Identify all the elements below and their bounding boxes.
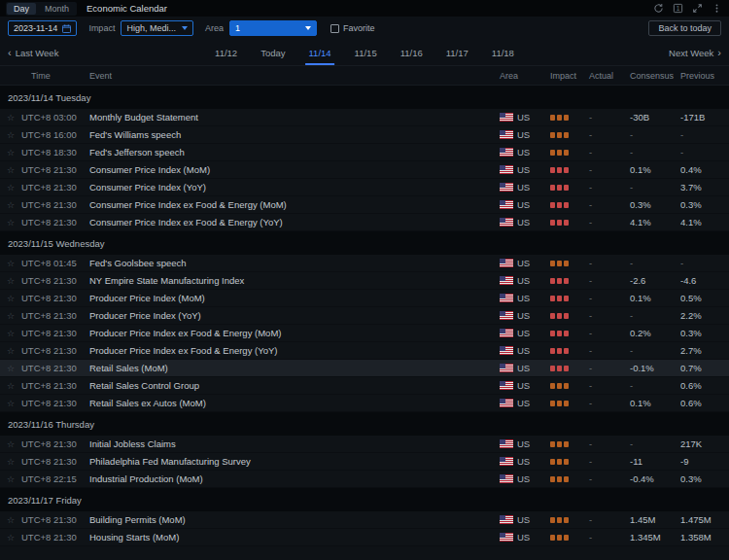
event-row[interactable]: ☆UTC+8 21:30Consumer Price Index ex Food… xyxy=(0,196,729,214)
favorite-star-icon[interactable]: ☆ xyxy=(0,515,21,525)
day-tab-11-16[interactable]: 11/16 xyxy=(395,40,429,65)
favorite-star-icon[interactable]: ☆ xyxy=(0,329,21,338)
event-row[interactable]: ☆UTC+8 21:30Consumer Price Index (MoM)US… xyxy=(0,161,729,179)
favorite-star-icon[interactable]: ☆ xyxy=(0,364,21,373)
event-name: Producer Price Index (MoM) xyxy=(89,293,500,303)
favorite-star-icon[interactable]: ☆ xyxy=(0,294,21,303)
event-row[interactable]: ☆UTC+8 21:30Producer Price Index ex Food… xyxy=(0,342,729,360)
area-code: US xyxy=(517,532,530,542)
favorite-star-icon[interactable]: ☆ xyxy=(0,183,21,192)
next-week-button[interactable]: Next Week › xyxy=(669,48,721,58)
event-area: US xyxy=(500,345,550,356)
event-row[interactable]: ☆UTC+8 03:00Monthly Budget StatementUS--… xyxy=(0,109,729,126)
event-row[interactable]: ☆UTC+8 01:45Fed's Goolsbee speechUS--- xyxy=(0,255,729,272)
day-tab-11-18[interactable]: 11/18 xyxy=(486,40,520,65)
favorite-star-icon[interactable]: ☆ xyxy=(0,311,21,321)
area-code: US xyxy=(517,363,530,373)
us-flag-icon xyxy=(500,130,513,139)
impact-indicator xyxy=(550,164,589,175)
actual-value: - xyxy=(589,147,630,158)
event-time: UTC+8 21:30 xyxy=(21,398,89,408)
event-row[interactable]: ☆UTC+8 21:30Producer Price Index (MoM)US… xyxy=(0,290,729,307)
event-row[interactable]: ☆UTC+8 21:30Retail Sales ex Autos (MoM)U… xyxy=(0,395,729,412)
event-row[interactable]: ☆UTC+8 21:30Building Permits (MoM)US-1.4… xyxy=(0,511,729,529)
event-time: UTC+8 16:00 xyxy=(21,129,89,140)
event-row[interactable]: ☆UTC+8 21:30Initial Jobless ClaimsUS--21… xyxy=(0,436,729,453)
previous-value: 0.6% xyxy=(680,380,729,391)
day-tab-11-17[interactable]: 11/17 xyxy=(440,40,474,65)
page-title: Economic Calendar xyxy=(87,3,167,14)
svg-text:1: 1 xyxy=(676,5,679,12)
favorite-star-icon[interactable]: ☆ xyxy=(0,533,21,542)
view-toggle: Day Month xyxy=(6,2,77,16)
impact-indicator xyxy=(550,473,589,484)
last-week-button[interactable]: ‹ Last Week xyxy=(8,48,58,58)
event-row[interactable]: ☆UTC+8 21:30Philadelphia Fed Manufacturi… xyxy=(0,453,729,471)
event-row[interactable]: ☆UTC+8 21:30Producer Price Index (YoY)US… xyxy=(0,307,729,325)
event-row[interactable]: ☆UTC+8 21:30Consumer Price Index (YoY)US… xyxy=(0,179,729,196)
favorite-star-icon[interactable]: ☆ xyxy=(0,276,21,286)
previous-value: 4.1% xyxy=(680,217,729,228)
day-tab-11-14[interactable]: 11/14 xyxy=(303,40,337,65)
previous-value: - xyxy=(680,129,729,140)
impact-select[interactable]: High, Medi... xyxy=(121,20,193,36)
favorite-star-icon[interactable]: ☆ xyxy=(0,457,21,467)
more-icon[interactable] xyxy=(710,2,723,15)
favorite-star-icon[interactable]: ☆ xyxy=(0,165,21,175)
event-name: Philadelphia Fed Manufacturing Survey xyxy=(89,456,500,467)
column-header-consensus: Consensus xyxy=(630,71,680,81)
date-group-header: 2023/11/14 Tuesday xyxy=(0,86,729,109)
consensus-value: - xyxy=(630,258,680,268)
previous-value: -9 xyxy=(680,456,729,467)
event-name: Producer Price Index ex Food & Energy (Y… xyxy=(89,345,500,356)
favorite-star-icon[interactable]: ☆ xyxy=(0,346,21,356)
area-code: US xyxy=(517,182,530,192)
event-row[interactable]: ☆UTC+8 21:30Producer Price Index ex Food… xyxy=(0,325,729,342)
event-name: Consumer Price Index (MoM) xyxy=(89,164,500,175)
event-row[interactable]: ☆UTC+8 21:30Housing Starts (MoM)US-1.345… xyxy=(0,529,729,546)
panel-1-icon[interactable]: 1 xyxy=(671,2,684,15)
favorite-star-icon[interactable]: ☆ xyxy=(0,259,21,268)
event-row[interactable]: ☆UTC+8 21:30Retail Sales (MoM)US--0.1%0.… xyxy=(0,360,729,377)
area-code: US xyxy=(517,310,530,321)
date-value: 2023-11-14 xyxy=(14,23,57,33)
event-row[interactable]: ☆UTC+8 21:30Consumer Price Index ex Food… xyxy=(0,214,729,231)
area-select[interactable]: 1 xyxy=(229,20,317,36)
refresh-icon[interactable] xyxy=(651,2,665,15)
favorite-star-icon[interactable]: ☆ xyxy=(0,439,21,449)
favorite-star-icon[interactable]: ☆ xyxy=(0,113,21,122)
favorite-checkbox[interactable]: Favorite xyxy=(330,23,375,33)
date-picker[interactable]: 2023-11-14 xyxy=(8,20,77,36)
day-view-button[interactable]: Day xyxy=(7,3,36,15)
favorite-star-icon[interactable]: ☆ xyxy=(0,381,21,391)
impact-indicator xyxy=(550,345,589,356)
event-time: UTC+8 21:30 xyxy=(21,293,89,303)
expand-icon[interactable] xyxy=(690,2,704,15)
favorite-star-icon[interactable]: ☆ xyxy=(0,218,21,228)
day-tab-11-15[interactable]: 11/15 xyxy=(349,40,383,65)
previous-value: -4.6 xyxy=(680,275,729,286)
us-flag-icon xyxy=(500,294,513,302)
favorite-star-icon[interactable]: ☆ xyxy=(0,399,21,408)
consensus-value: 4.1% xyxy=(630,217,680,228)
event-row[interactable]: ☆UTC+8 21:30NY Empire State Manufacturin… xyxy=(0,272,729,290)
favorite-star-icon[interactable]: ☆ xyxy=(0,200,21,210)
event-row[interactable]: ☆UTC+8 16:00Fed's Williams speechUS--- xyxy=(0,126,729,144)
day-tab-today[interactable]: Today xyxy=(255,40,291,65)
favorite-star-icon[interactable]: ☆ xyxy=(0,130,21,140)
favorite-star-icon[interactable]: ☆ xyxy=(0,474,21,484)
event-time: UTC+8 01:45 xyxy=(21,258,89,268)
impact-indicator xyxy=(550,275,589,286)
back-to-today-button[interactable]: Back to today xyxy=(648,20,721,36)
day-tab-11-12[interactable]: 11/12 xyxy=(209,40,243,65)
event-row[interactable]: ☆UTC+8 21:30Retail Sales Control GroupUS… xyxy=(0,377,729,395)
event-row[interactable]: ☆UTC+8 18:30Fed's Jefferson speechUS--- xyxy=(0,144,729,161)
us-flag-icon xyxy=(500,364,513,372)
us-flag-icon xyxy=(500,200,513,209)
week-nav: ‹ Last Week 11/12Today11/1411/1511/1611/… xyxy=(0,40,729,66)
month-view-button[interactable]: Month xyxy=(38,3,76,15)
favorite-star-icon[interactable]: ☆ xyxy=(0,148,21,158)
impact-indicator xyxy=(550,514,589,525)
event-row[interactable]: ☆UTC+8 22:15Industrial Production (MoM)U… xyxy=(0,471,729,488)
us-flag-icon xyxy=(500,113,513,122)
